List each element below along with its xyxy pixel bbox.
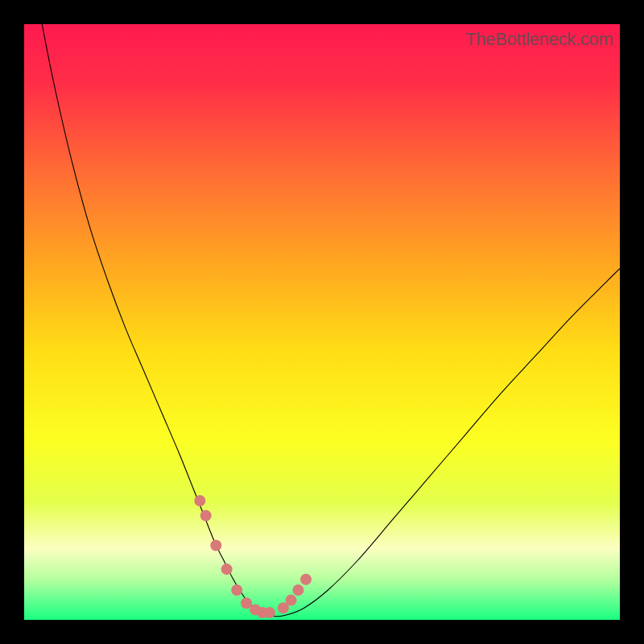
marker-dot [194,495,205,506]
watermark-label: TheBottleneck.com [466,29,613,50]
marker-dot [221,564,233,575]
chart-svg [24,24,620,620]
chart-frame: TheBottleneck.com [0,0,644,644]
chart-background [24,24,620,620]
marker-dot [292,584,303,596]
marker-dot [264,607,275,618]
chart-plot-area: TheBottleneck.com [24,24,620,620]
marker-dot [231,584,242,596]
marker-dot [210,540,221,551]
marker-dot [200,510,212,522]
marker-dot [286,595,297,606]
marker-dot [300,574,312,585]
